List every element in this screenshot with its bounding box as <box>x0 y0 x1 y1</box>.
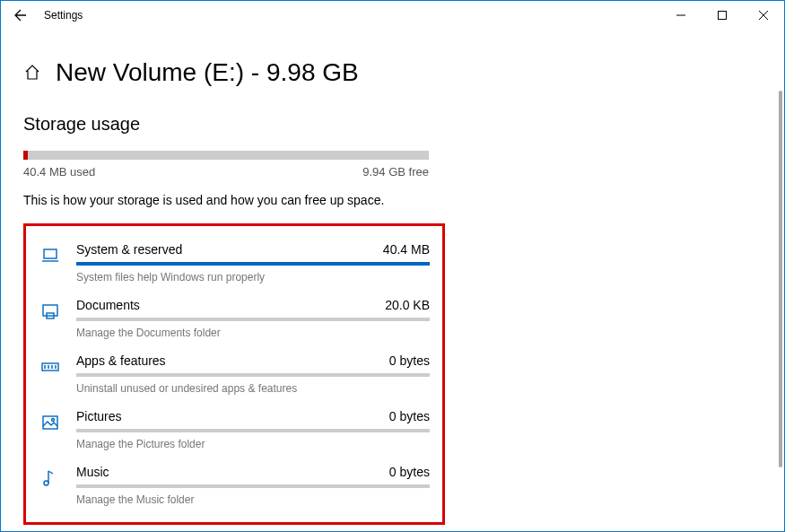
document-icon <box>39 300 62 323</box>
category-subtext: System files help Windows run properly <box>76 271 430 283</box>
category-top: Documents20.0 KB <box>76 298 430 312</box>
category-size: 0 bytes <box>389 353 430 368</box>
svg-rect-2 <box>43 305 57 316</box>
arrow-left-icon <box>13 8 28 22</box>
svg-rect-4 <box>42 363 58 371</box>
home-icon[interactable] <box>23 64 41 82</box>
category-row[interactable]: System & reserved40.4 MBSystem files hel… <box>39 235 430 291</box>
category-size: 0 bytes <box>389 409 430 423</box>
categories-list: System & reserved40.4 MBSystem files hel… <box>23 223 445 525</box>
category-name: Apps & features <box>76 353 166 368</box>
category-size: 20.0 KB <box>385 298 430 312</box>
category-row[interactable]: Apps & features0 bytesUninstall unused o… <box>39 346 430 402</box>
category-row[interactable]: Pictures0 bytesManage the Pictures folde… <box>39 402 430 458</box>
content-area: New Volume (E:) - 9.98 GB Storage usage … <box>1 30 784 525</box>
category-size: 40.4 MB <box>383 242 430 257</box>
category-top: System & reserved40.4 MB <box>76 242 430 257</box>
scrollbar[interactable] <box>779 91 782 467</box>
minimize-icon <box>676 11 685 20</box>
titlebar-left: Settings <box>8 3 83 28</box>
free-label: 9.94 GB free <box>362 165 429 179</box>
music-icon <box>39 467 62 490</box>
svg-rect-1 <box>44 249 57 258</box>
minimize-button[interactable] <box>660 1 702 30</box>
category-subtext: Manage the Pictures folder <box>76 438 430 450</box>
page-header: New Volume (E:) - 9.98 GB <box>23 58 762 87</box>
category-body: Documents20.0 KBManage the Documents fol… <box>76 298 430 339</box>
category-fill <box>76 262 430 266</box>
house-icon <box>23 64 41 82</box>
category-body: Pictures0 bytesManage the Pictures folde… <box>76 409 430 450</box>
page-title: New Volume (E:) - 9.98 GB <box>56 58 359 87</box>
overall-usage-fill <box>23 151 28 160</box>
category-bar <box>76 484 430 488</box>
titlebar: Settings <box>1 1 784 30</box>
category-top: Apps & features0 bytes <box>76 353 430 368</box>
maximize-button[interactable] <box>702 1 743 30</box>
close-icon <box>759 11 768 20</box>
close-button[interactable] <box>743 1 784 30</box>
category-name: System & reserved <box>76 242 182 257</box>
overall-usage-meta: 40.4 MB used 9.94 GB free <box>23 165 429 179</box>
laptop-icon <box>39 244 62 267</box>
window-title: Settings <box>44 9 83 22</box>
category-top: Music0 bytes <box>76 465 430 479</box>
category-body: System & reserved40.4 MBSystem files hel… <box>76 242 430 283</box>
category-name: Pictures <box>76 409 122 423</box>
category-bar <box>76 373 430 377</box>
svg-point-7 <box>44 481 48 485</box>
usage-description: This is how your storage is used and how… <box>23 193 762 207</box>
category-size: 0 bytes <box>389 465 430 479</box>
maximize-icon <box>718 11 727 20</box>
category-body: Music0 bytesManage the Music folder <box>76 465 430 506</box>
used-label: 40.4 MB used <box>23 165 95 179</box>
window-controls <box>660 1 784 30</box>
back-button[interactable] <box>8 3 33 28</box>
svg-point-6 <box>52 419 55 422</box>
category-name: Music <box>76 465 109 479</box>
category-bar <box>76 429 430 432</box>
pictures-icon <box>39 411 62 434</box>
svg-rect-5 <box>43 416 57 429</box>
category-row[interactable]: Music0 bytesManage the Music folder <box>39 458 430 513</box>
category-subtext: Manage the Music folder <box>76 493 430 506</box>
category-bar <box>76 262 430 266</box>
section-title: Storage usage <box>23 114 762 135</box>
svg-rect-0 <box>719 12 727 20</box>
category-top: Pictures0 bytes <box>76 409 430 423</box>
apps-icon <box>39 355 62 379</box>
overall-usage-bar <box>23 151 429 160</box>
category-bar <box>76 318 430 321</box>
category-subtext: Manage the Documents folder <box>76 327 430 339</box>
overall-usage: 40.4 MB used 9.94 GB free <box>23 151 429 179</box>
category-body: Apps & features0 bytesUninstall unused o… <box>76 353 430 395</box>
category-row[interactable]: Documents20.0 KBManage the Documents fol… <box>39 291 430 346</box>
category-subtext: Uninstall unused or undesired apps & fea… <box>76 382 430 395</box>
category-name: Documents <box>76 298 140 312</box>
